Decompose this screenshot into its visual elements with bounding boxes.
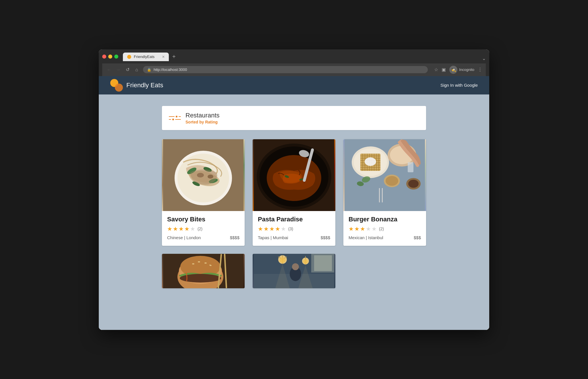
browser-chrome: FriendlyEats ✕ + ⌄ ← → ↺ ⌂ 🔒 http://loca…: [99, 49, 489, 76]
active-tab[interactable]: FriendlyEats ✕: [123, 53, 169, 61]
restaurant-image: [162, 139, 245, 211]
filter-line-2: [169, 119, 181, 120]
restaurant-info: Savory Bites ★ ★ ★ ★ ★ (2): [162, 211, 245, 246]
content-area: Restaurants Sorted by Rating: [162, 106, 426, 318]
review-count: (2): [198, 227, 202, 231]
star-4: ★: [366, 225, 371, 232]
filter-dot: [176, 116, 177, 117]
minimize-button[interactable]: [108, 55, 112, 59]
star-2: ★: [173, 225, 178, 232]
star-1: ★: [349, 225, 354, 232]
restaurant-grid: Savory Bites ★ ★ ★ ★ ★ (2): [162, 139, 426, 288]
traffic-lights: [102, 55, 118, 59]
tab-label: FriendlyEats: [134, 55, 154, 59]
svg-point-26: [386, 176, 398, 186]
logo-icon: [110, 79, 123, 92]
url-text: http://localhost:3000: [154, 67, 187, 72]
close-button[interactable]: [102, 55, 106, 59]
meta-row: Tapas | Mumbai $$$$: [258, 235, 330, 240]
tab-favicon-icon: [127, 55, 131, 59]
restaurant-image: [162, 254, 245, 288]
filter-h-line-3: [169, 119, 171, 120]
restaurant-card[interactable]: [253, 254, 335, 288]
svg-point-50: [303, 259, 308, 264]
restaurant-card[interactable]: Burger Bonanza ★ ★ ★ ★ ★ (2): [343, 139, 426, 246]
meta-row: Chinese | London $$$$: [167, 235, 239, 240]
star-2: ★: [354, 225, 359, 232]
star-3: ★: [269, 225, 274, 232]
svg-rect-55: [314, 255, 332, 271]
svg-rect-29: [408, 162, 413, 172]
star-1: ★: [167, 225, 172, 232]
price: $$$: [414, 235, 421, 240]
tab-close-button[interactable]: ✕: [162, 55, 165, 59]
restaurants-title-block: Restaurants Sorted by Rating: [185, 112, 220, 124]
price: $$$$: [230, 235, 239, 240]
restaurant-image: [253, 254, 335, 288]
app-container: Friendly Eats Sign In with Google: [99, 76, 489, 330]
svg-rect-31: [382, 188, 383, 202]
browser-titlebar: FriendlyEats ✕ + ⌄: [102, 52, 486, 61]
restaurant-card[interactable]: Savory Bites ★ ★ ★ ★ ★ (2): [162, 139, 245, 246]
app-logo: Friendly Eats: [110, 79, 163, 92]
bookmark-icon[interactable]: ☆: [434, 67, 438, 72]
reload-button[interactable]: ↺: [124, 66, 131, 73]
filter-h-line-4: [175, 119, 181, 120]
sign-in-button[interactable]: Sign In with Google: [440, 83, 478, 88]
filter-h-line-2: [179, 116, 181, 117]
rating-row: ★ ★ ★ ★ ★ (2): [349, 225, 421, 232]
lock-icon: 🔒: [147, 68, 151, 72]
incognito-label: Incognito: [459, 67, 474, 72]
main-content: Restaurants Sorted by Rating: [99, 94, 489, 330]
cuisine-location: Mexican | Istanbul: [349, 235, 383, 240]
filter-h-line: [169, 116, 175, 117]
nav-buttons: ← → ↺ ⌂: [106, 66, 140, 73]
restaurant-card[interactable]: [162, 254, 245, 288]
star-5: ★: [281, 225, 286, 232]
star-3: ★: [179, 225, 184, 232]
app-title: Friendly Eats: [126, 82, 163, 89]
star-4: ★: [184, 225, 189, 232]
svg-point-39: [198, 261, 200, 262]
restaurants-header: Restaurants Sorted by Rating: [162, 106, 426, 130]
star-5: ★: [372, 225, 377, 232]
svg-point-38: [192, 263, 194, 264]
stars: ★ ★ ★ ★ ★: [167, 225, 195, 232]
stars: ★ ★ ★ ★ ★: [258, 225, 286, 232]
new-tab-button[interactable]: +: [170, 52, 178, 61]
browser-window: FriendlyEats ✕ + ⌄ ← → ↺ ⌂ 🔒 http://loca…: [99, 49, 489, 330]
back-button[interactable]: ←: [106, 66, 113, 73]
split-screen-icon[interactable]: ▣: [442, 67, 446, 72]
svg-point-42: [180, 274, 221, 283]
app-header: Friendly Eats Sign In with Google: [99, 76, 489, 94]
restaurant-image: [343, 139, 426, 211]
meta-row: Mexican | Istanbul $$$: [349, 235, 421, 240]
tab-favicon: [127, 55, 131, 59]
browser-addressbar: ← → ↺ ⌂ 🔒 http://localhost:3000 ☆ ▣ 🕵 In…: [102, 63, 486, 76]
forward-button[interactable]: →: [115, 66, 122, 73]
filter-dot-2: [172, 119, 174, 120]
star-5: ★: [190, 225, 195, 232]
star-3: ★: [360, 225, 365, 232]
menu-icon[interactable]: ⋮: [478, 67, 482, 72]
tab-right-controls: ⌄: [482, 56, 486, 61]
price: $$$$: [321, 235, 330, 240]
home-button[interactable]: ⌂: [133, 66, 140, 73]
review-count: (3): [288, 227, 293, 231]
rating-row: ★ ★ ★ ★ ★ (2): [167, 225, 239, 232]
star-1: ★: [258, 225, 263, 232]
restaurant-info: Pasta Paradise ★ ★ ★ ★ ★ (3): [253, 211, 335, 246]
svg-rect-30: [379, 188, 380, 202]
incognito-badge: 🕵 Incognito: [449, 66, 474, 74]
restaurant-name: Pasta Paradise: [258, 216, 330, 223]
restaurant-card[interactable]: Pasta Paradise ★ ★ ★ ★ ★ (3): [253, 139, 335, 246]
filter-icon[interactable]: [169, 116, 181, 120]
svg-point-53: [292, 263, 299, 270]
maximize-button[interactable]: [114, 55, 118, 59]
address-bar[interactable]: 🔒 http://localhost:3000: [143, 66, 428, 73]
restaurants-title: Restaurants: [185, 112, 220, 119]
restaurant-name: Burger Bonanza: [349, 216, 421, 223]
star-2: ★: [264, 225, 269, 232]
svg-point-28: [408, 180, 419, 188]
browser-actions: ☆ ▣ 🕵 Incognito ⋮: [434, 66, 482, 74]
